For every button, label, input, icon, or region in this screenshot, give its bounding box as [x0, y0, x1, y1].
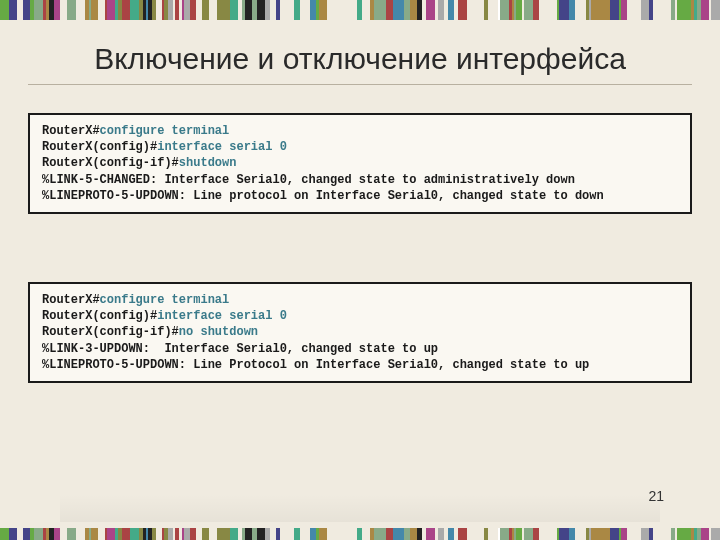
barcode-bar [561, 528, 569, 540]
barcode-bar [386, 528, 393, 540]
barcode-bar [546, 0, 553, 20]
barcode-bar [286, 0, 294, 20]
barcode-bar [711, 528, 720, 540]
command-text: interface serial 0 [157, 309, 287, 323]
barcode-bar [34, 0, 43, 20]
command-text: configure terminal [100, 293, 230, 307]
prompt-text: RouterX# [42, 124, 100, 138]
barcode-bar [395, 528, 404, 540]
barcode-bar [594, 0, 603, 20]
barcode-bar [683, 0, 691, 20]
prompt-text: RouterX# [42, 293, 100, 307]
barcode-bar [476, 528, 484, 540]
barcode-bar [362, 0, 370, 20]
code-line: RouterX#configure terminal [42, 292, 678, 308]
barcode-bar [23, 0, 30, 20]
code-line: %LINK-3-UPDOWN: Interface Serial0, chang… [42, 341, 678, 357]
barcode-bar [91, 0, 98, 20]
command-text: interface serial 0 [157, 140, 287, 154]
code-box-no-shutdown: RouterX#configure terminalRouterX(config… [28, 282, 692, 383]
decorative-barcode-top [0, 0, 720, 20]
barcode-bar [410, 0, 417, 20]
barcode-bar [209, 528, 217, 540]
barcode-bar [67, 0, 76, 20]
code-line: RouterX(config)#interface serial 0 [42, 139, 678, 155]
barcode-bar [546, 528, 553, 540]
code-line: RouterX(config-if)#no shutdown [42, 324, 678, 340]
barcode-bar [319, 528, 327, 540]
barcode-bar [76, 528, 85, 540]
barcode-bar [202, 528, 209, 540]
barcode-bar [641, 528, 649, 540]
barcode-bar [662, 0, 671, 20]
barcode-bar [395, 0, 404, 20]
barcode-bar [130, 0, 139, 20]
barcode-bar [524, 0, 533, 20]
barcode-bar [9, 528, 17, 540]
barcode-bar [98, 0, 105, 20]
barcode-bar [98, 528, 105, 540]
barcode-bar [23, 528, 30, 540]
barcode-bar [122, 528, 130, 540]
barcode-bar [575, 0, 583, 20]
barcode-bar [426, 528, 435, 540]
barcode-bar [653, 528, 662, 540]
barcode-bar [634, 528, 641, 540]
barcode-bar [130, 528, 139, 540]
barcode-bar [217, 528, 225, 540]
barcode-bar [386, 0, 393, 20]
prompt-text: RouterX(config)# [42, 309, 157, 323]
command-text: no shutdown [179, 325, 258, 339]
barcode-bar [209, 0, 217, 20]
barcode-bar [34, 528, 43, 540]
barcode-bar [327, 528, 334, 540]
barcode-bar [76, 0, 85, 20]
barcode-bar [476, 0, 484, 20]
code-line: RouterX(config-if)#shutdown [42, 155, 678, 171]
barcode-bar [653, 0, 662, 20]
barcode-bar [362, 528, 370, 540]
slide-content: Включение и отключение интерфейса Router… [0, 32, 720, 451]
barcode-bar [701, 0, 709, 20]
barcode-bar [701, 528, 709, 540]
barcode-bar [245, 528, 252, 540]
barcode-bar [91, 528, 98, 540]
barcode-bar [458, 0, 467, 20]
prompt-text: %LINK-3-UPDOWN: Interface Serial0, chang… [42, 342, 438, 356]
prompt-text: %LINEPROTO-5-UPDOWN: Line protocol on In… [42, 189, 604, 203]
barcode-bar [561, 0, 569, 20]
code-line: %LINK-5-CHANGED: Interface Serial0, chan… [42, 172, 678, 188]
barcode-bar [603, 0, 610, 20]
barcode-bar [627, 0, 634, 20]
code-line: %LINEPROTO-5-UPDOWN: Line Protocol on In… [42, 357, 678, 373]
prompt-text: RouterX(config)# [42, 140, 157, 154]
barcode-bar [374, 0, 381, 20]
barcode-bar [641, 0, 649, 20]
barcode-bar [524, 528, 533, 540]
barcode-bar [467, 528, 476, 540]
barcode-bar [610, 0, 619, 20]
barcode-bar [426, 0, 435, 20]
barcode-bar [0, 528, 9, 540]
barcode-bar [60, 0, 67, 20]
barcode-bar [60, 528, 67, 540]
barcode-bar [245, 0, 252, 20]
command-text: shutdown [179, 156, 237, 170]
code-line: RouterX#configure terminal [42, 123, 678, 139]
barcode-bar [634, 0, 641, 20]
barcode-bar [334, 528, 343, 540]
prompt-text: %LINK-5-CHANGED: Interface Serial0, chan… [42, 173, 575, 187]
barcode-bar [107, 0, 115, 20]
barcode-bar [594, 528, 603, 540]
barcode-bar [490, 528, 498, 540]
code-line: %LINEPROTO-5-UPDOWN: Line protocol on In… [42, 188, 678, 204]
decorative-barcode-bottom [0, 520, 720, 540]
barcode-bar [67, 528, 76, 540]
decorative-paper-shadow [60, 494, 660, 522]
barcode-bar [257, 0, 265, 20]
page-title: Включение и отключение интерфейса [28, 32, 692, 85]
prompt-text: RouterX(config-if)# [42, 156, 179, 170]
barcode-bar [603, 528, 610, 540]
barcode-bar [217, 0, 225, 20]
prompt-text: RouterX(config-if)# [42, 325, 179, 339]
